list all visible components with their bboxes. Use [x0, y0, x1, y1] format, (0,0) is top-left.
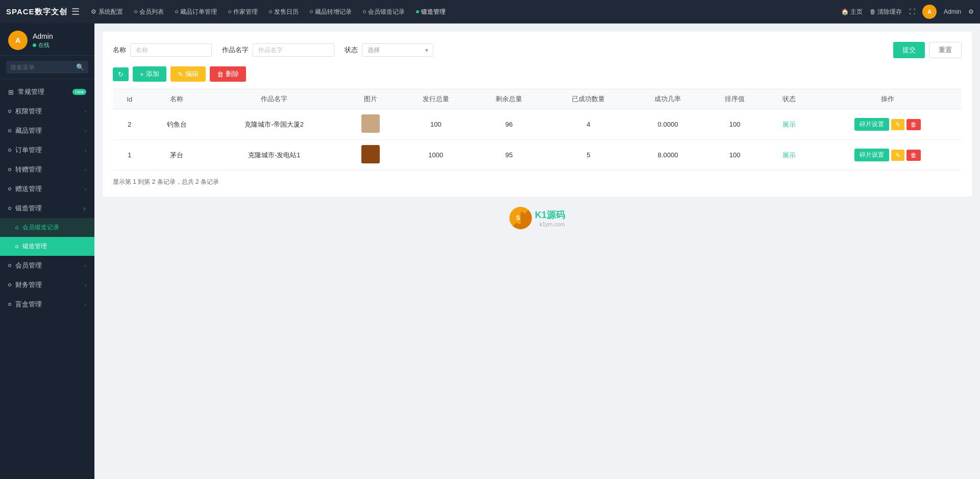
status-badge[interactable]: 展示 — [782, 151, 796, 159]
edit-button[interactable]: ✎ 编辑 — [170, 66, 206, 82]
status-filter-group: 状态 选择 展示 隐藏 ▼ — [345, 43, 433, 57]
menu-dot-icon — [8, 303, 11, 306]
chevron-right-icon: ‹ — [85, 302, 86, 307]
cell-success-count: 5 — [546, 140, 631, 171]
settings-icon[interactable]: ⚙ — [968, 8, 974, 15]
sidebar-item-member-forge-record[interactable]: 会员锻造记录 — [0, 218, 94, 237]
watermark-text: K1源码 k1ym.com — [535, 209, 565, 227]
row-delete-button[interactable]: 🗑 — [906, 150, 921, 161]
cell-img — [341, 109, 399, 140]
user-info: Admin 在线 — [33, 32, 53, 49]
shard-settings-button[interactable]: 碎片设置 — [854, 149, 889, 161]
cell-remaining: 95 — [473, 140, 546, 171]
wm-svg: S — [513, 210, 528, 226]
top-nav-left: SPACE数字文创 ☰ ⚙系统配置 会员列表 藏品订单管理 作家管理 发售日历 … — [6, 6, 451, 18]
col-header-id: Id — [113, 89, 146, 109]
sidebar-item-general[interactable]: ⊞ 常规管理 new — [0, 82, 94, 102]
cell-work-name: 克隆城市-帝国大厦2 — [207, 109, 341, 140]
sidebar-item-finance[interactable]: 财务管理 ‹ — [0, 275, 94, 295]
avatar: A — [8, 31, 28, 50]
col-header-success-count: 已成功数量 — [546, 89, 631, 109]
menu-toggle-icon[interactable]: ☰ — [71, 6, 80, 17]
col-header-img: 图片 — [341, 89, 399, 109]
cell-sort: 100 — [704, 109, 765, 140]
cell-work-name: 克隆城市-发电站1 — [207, 140, 341, 171]
nav-tab-author-manage[interactable]: 作家管理 — [223, 6, 263, 18]
cell-success-rate: 0.0000 — [631, 109, 704, 140]
add-button[interactable]: + 添加 — [133, 66, 166, 82]
search-box: 🔍 — [6, 61, 88, 74]
row-edit-button[interactable]: ✎ — [891, 119, 904, 130]
cell-action: 碎片设置 ✎ 🗑 — [813, 140, 962, 171]
chevron-right-icon: ‹ — [85, 263, 86, 269]
col-header-remaining: 剩余总量 — [473, 89, 546, 109]
nav-tab-order-manage[interactable]: 藏品订单管理 — [170, 6, 222, 18]
search-input[interactable] — [10, 64, 73, 71]
submit-button[interactable]: 提交 — [893, 42, 925, 58]
sidebar-item-member[interactable]: 会员管理 ‹ — [0, 256, 94, 275]
status-filter-select[interactable]: 选择 展示 隐藏 — [362, 43, 433, 57]
work-name-filter-group: 作品名字 — [222, 43, 334, 57]
top-nav-right: 🏠 主页 🗑 清除缓存 ⛶ A Admin ⚙ — [841, 5, 974, 19]
sidebar-item-forge-parent[interactable]: 锻造管理 ∨ — [0, 199, 94, 218]
user-status: 在线 — [33, 41, 53, 49]
name-filter-input[interactable] — [130, 43, 212, 57]
col-header-status: 状态 — [765, 89, 813, 109]
top-navigation: SPACE数字文创 ☰ ⚙系统配置 会员列表 藏品订单管理 作家管理 发售日历 … — [0, 0, 980, 23]
row-edit-button[interactable]: ✎ — [891, 150, 904, 161]
work-name-filter-input[interactable] — [253, 43, 334, 57]
refresh-button[interactable]: ↻ — [113, 67, 129, 81]
main-content: 名称 作品名字 状态 选择 展示 隐藏 — [94, 23, 980, 479]
status-badge[interactable]: 展示 — [782, 121, 796, 128]
sidebar-item-collection[interactable]: 藏品管理 ‹ — [0, 121, 94, 140]
nav-tabs: ⚙系统配置 会员列表 藏品订单管理 作家管理 发售日历 藏品转增记录 会员锻造记… — [86, 6, 451, 18]
cell-action: 碎片设置 ✎ 🗑 — [813, 109, 962, 140]
col-header-work-name: 作品名字 — [207, 89, 341, 109]
nav-tab-transfer-record[interactable]: 藏品转增记录 — [305, 6, 357, 18]
cell-total: 100 — [399, 109, 472, 140]
edit-icon: ✎ — [178, 70, 183, 78]
col-header-total: 发行总量 — [399, 89, 472, 109]
menu-dot-icon — [8, 168, 11, 171]
nav-tab-member-forge-record[interactable]: 会员锻造记录 — [358, 6, 410, 18]
cell-img — [341, 140, 399, 171]
nav-tab-forge-manage[interactable]: 锻造管理 — [411, 6, 451, 18]
cell-remaining: 96 — [473, 109, 546, 140]
row-delete-button[interactable]: 🗑 — [906, 119, 921, 130]
fullscreen-icon[interactable]: ⛶ — [909, 8, 915, 15]
content-card: 名称 作品名字 状态 选择 展示 隐藏 — [103, 32, 972, 197]
reset-button[interactable]: 重置 — [929, 42, 962, 58]
sidebar-item-transfer[interactable]: 转赠管理 ‹ — [0, 160, 94, 179]
home-link[interactable]: 🏠 主页 — [841, 8, 863, 16]
sidebar-item-order[interactable]: 订单管理 ‹ — [0, 140, 94, 160]
cell-total: 1000 — [399, 140, 472, 171]
new-badge: new — [72, 89, 86, 95]
toolbar: ↻ + 添加 ✎ 编辑 🗑 删除 — [113, 66, 962, 82]
nav-tab-sale-calendar[interactable]: 发售日历 — [264, 6, 304, 18]
content-area: 名称 作品名字 状态 选择 展示 隐藏 — [94, 23, 980, 479]
nav-tab-system-config[interactable]: ⚙系统配置 — [86, 6, 128, 18]
trash-icon: 🗑 — [217, 70, 224, 78]
sidebar-item-gift[interactable]: 赠送管理 ‹ — [0, 179, 94, 199]
clear-cache-link[interactable]: 🗑 清除缓存 — [870, 8, 902, 16]
watermark-logo: S K1源码 k1ym.com — [509, 207, 565, 229]
wm-icon: S — [509, 207, 532, 229]
cell-status: 展示 — [765, 109, 813, 140]
sidebar-item-forge-manage[interactable]: 锻造管理 — [0, 237, 94, 256]
sidebar-item-blind-box[interactable]: 盲盒管理 ‹ — [0, 295, 94, 314]
menu-dot-icon — [8, 264, 11, 267]
chevron-right-icon: ‹ — [85, 128, 86, 134]
sidebar-item-permission[interactable]: 权限管理 ‹ — [0, 102, 94, 121]
svg-text:S: S — [516, 214, 520, 222]
chevron-right-icon: ‹ — [85, 167, 86, 173]
menu-dot-icon — [15, 226, 18, 229]
shard-settings-button[interactable]: 碎片设置 — [854, 118, 889, 131]
delete-button[interactable]: 🗑 删除 — [210, 66, 246, 82]
cell-sort: 100 — [704, 140, 765, 171]
cell-name: 茅台 — [146, 140, 207, 171]
nav-tab-member-list[interactable]: 会员列表 — [129, 6, 169, 18]
cell-name: 钓鱼台 — [146, 109, 207, 140]
row-image — [361, 114, 380, 133]
menu-dot-icon — [8, 129, 11, 132]
menu-dot-icon — [8, 110, 11, 113]
